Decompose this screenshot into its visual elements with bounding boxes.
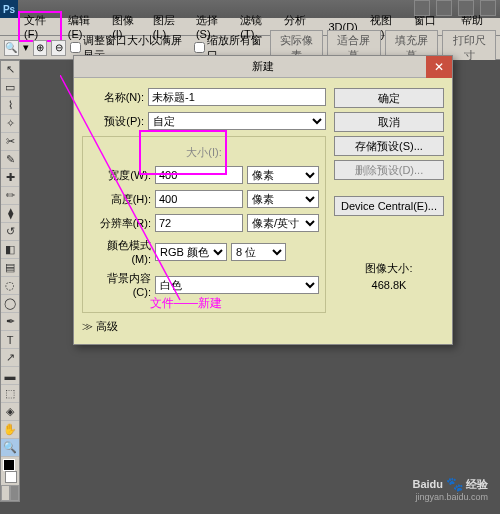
- name-input[interactable]: [148, 88, 326, 106]
- quick-mask-icon[interactable]: [1, 485, 19, 501]
- close-icon[interactable]: ✕: [426, 56, 452, 78]
- eyedropper-tool-icon[interactable]: ✎: [1, 151, 19, 169]
- title-icon-3[interactable]: [458, 0, 474, 16]
- image-size-info: 图像大小: 468.8K: [334, 260, 444, 293]
- shape-tool-icon[interactable]: ▬: [1, 367, 19, 385]
- toolbox: ↖ ▭ ⌇ ✧ ✂ ✎ ✚ ✏ ⧫ ↺ ◧ ▤ ◌ ◯ ✒ T ↗ ▬ ⬚ ◈ …: [0, 60, 20, 502]
- title-icon-1[interactable]: [414, 0, 430, 16]
- gradient-tool-icon[interactable]: ▤: [1, 259, 19, 277]
- width-label: 宽度(W):: [89, 168, 151, 183]
- bg-label: 背景内容(C):: [89, 271, 151, 298]
- title-icon-2[interactable]: [436, 0, 452, 16]
- resolution-input[interactable]: [155, 214, 243, 232]
- bg-select[interactable]: 白色: [155, 276, 319, 294]
- heal-tool-icon[interactable]: ✚: [1, 169, 19, 187]
- menu-file[interactable]: 文件(F): [18, 11, 62, 42]
- paw-icon: 🐾: [446, 476, 463, 492]
- hand-tool-icon[interactable]: ✋: [1, 421, 19, 439]
- preset-select[interactable]: 自定: [148, 112, 326, 130]
- zoom-tool-icon[interactable]: 🔍: [4, 40, 19, 56]
- move-tool-icon[interactable]: ↖: [1, 61, 19, 79]
- history-tool-icon[interactable]: ↺: [1, 223, 19, 241]
- mode-label: 颜色模式(M):: [89, 238, 151, 265]
- lasso-tool-icon[interactable]: ⌇: [1, 97, 19, 115]
- dialog-title: 新建 ✕: [74, 56, 452, 78]
- wand-tool-icon[interactable]: ✧: [1, 115, 19, 133]
- 3d-cam-tool-icon[interactable]: ◈: [1, 403, 19, 421]
- ps-logo-icon: Ps: [0, 0, 18, 18]
- zoom-out-icon[interactable]: ⊖: [51, 40, 66, 56]
- fg-bg-colors[interactable]: [3, 459, 17, 483]
- depth-select[interactable]: 8 位: [231, 243, 286, 261]
- new-dialog: 新建 ✕ 名称(N): 预设(P): 自定 大小(I): 宽度(W): 像素 高…: [73, 55, 453, 345]
- annotation-text: 文件——新建: [150, 295, 222, 312]
- cancel-button[interactable]: 取消: [334, 112, 444, 132]
- save-preset-button[interactable]: 存储预设(S)...: [334, 136, 444, 156]
- ok-button[interactable]: 确定: [334, 88, 444, 108]
- resolution-unit-select[interactable]: 像素/英寸: [247, 214, 319, 232]
- mode-select[interactable]: RGB 颜色: [155, 243, 227, 261]
- 3d-tool-icon[interactable]: ⬚: [1, 385, 19, 403]
- dodge-tool-icon[interactable]: ◯: [1, 295, 19, 313]
- resolution-label: 分辨率(R):: [89, 216, 151, 231]
- preset-label: 预设(P):: [82, 114, 144, 129]
- crop-tool-icon[interactable]: ✂: [1, 133, 19, 151]
- eraser-tool-icon[interactable]: ◧: [1, 241, 19, 259]
- advanced-toggle[interactable]: 高级: [82, 319, 326, 334]
- type-tool-icon[interactable]: T: [1, 331, 19, 349]
- device-central-button[interactable]: Device Central(E)...: [334, 196, 444, 216]
- zoom-in-icon[interactable]: ⊕: [33, 40, 48, 56]
- name-label: 名称(N):: [82, 90, 144, 105]
- delete-preset-button: 删除预设(D)...: [334, 160, 444, 180]
- path-tool-icon[interactable]: ↗: [1, 349, 19, 367]
- title-icons: [414, 0, 496, 16]
- dropdown-arrow-icon[interactable]: ▾: [23, 41, 29, 54]
- marquee-tool-icon[interactable]: ▭: [1, 79, 19, 97]
- pen-tool-icon[interactable]: ✒: [1, 313, 19, 331]
- height-input[interactable]: [155, 190, 243, 208]
- zoom-tool-icon[interactable]: 🔍: [1, 439, 19, 457]
- height-label: 高度(H):: [89, 192, 151, 207]
- size-label: 大小(I):: [89, 145, 319, 160]
- title-icon-4[interactable]: [480, 0, 496, 16]
- watermark: Baidu🐾经验 jingyan.baidu.com: [412, 476, 488, 502]
- height-unit-select[interactable]: 像素: [247, 190, 319, 208]
- blur-tool-icon[interactable]: ◌: [1, 277, 19, 295]
- width-unit-select[interactable]: 像素: [247, 166, 319, 184]
- stamp-tool-icon[interactable]: ⧫: [1, 205, 19, 223]
- width-input[interactable]: [155, 166, 243, 184]
- brush-tool-icon[interactable]: ✏: [1, 187, 19, 205]
